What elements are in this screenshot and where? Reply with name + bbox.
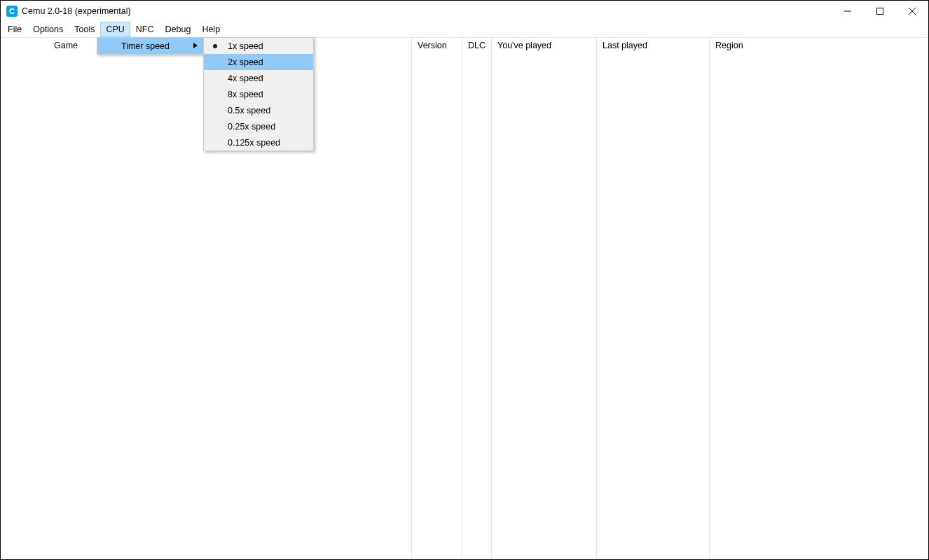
menu-nfc[interactable]: NFC — [130, 22, 160, 37]
chevron-right-icon — [193, 42, 198, 50]
maximize-button[interactable] — [864, 1, 896, 22]
timer-speed-4x[interactable]: 4x speed — [204, 70, 313, 86]
column-region[interactable]: Region — [710, 38, 928, 53]
column-dlc[interactable]: DLC — [462, 38, 491, 53]
timer-speed-2x-label: 2x speed — [228, 57, 263, 67]
menu-file[interactable]: File — [2, 22, 27, 37]
cpu-dropdown: Timer speed — [97, 37, 204, 55]
timer-speed-1x-label: 1x speed — [228, 41, 263, 51]
timer-speed-0-125x[interactable]: 0.125x speed — [204, 134, 313, 150]
timer-speed-8x[interactable]: 8x speed — [204, 86, 313, 102]
column-youve-played[interactable]: You've played — [492, 38, 596, 53]
menu-help[interactable]: Help — [196, 22, 226, 37]
menu-bar: File Options Tools CPU NFC Debug Help — [1, 22, 928, 37]
column-version[interactable]: Version — [412, 38, 462, 53]
game-list-header: Game Version DLC You've played Last play… — [1, 37, 928, 559]
timer-speed-8x-label: 8x speed — [228, 90, 263, 99]
timer-speed-0-25x[interactable]: 0.25x speed — [204, 118, 313, 134]
timer-speed-4x-label: 4x speed — [228, 74, 263, 83]
radio-selected-icon — [213, 44, 217, 48]
timer-speed-0-25x-label: 0.25x speed — [228, 122, 275, 132]
close-button[interactable] — [896, 1, 928, 22]
app-icon: C — [6, 6, 18, 17]
menu-tools[interactable]: Tools — [69, 22, 100, 37]
menu-debug[interactable]: Debug — [160, 22, 197, 37]
column-last-played[interactable]: Last played — [597, 38, 709, 53]
window-title: Cemu 2.0-18 (experimental) — [22, 6, 131, 16]
timer-speed-2x[interactable]: 2x speed — [204, 54, 313, 70]
timer-speed-0-5x[interactable]: 0.5x speed — [204, 102, 313, 118]
menu-cpu[interactable]: CPU — [100, 22, 130, 37]
svg-rect-1 — [877, 8, 883, 15]
menu-timer-speed[interactable]: Timer speed — [97, 38, 203, 54]
timer-speed-0-5x-label: 0.5x speed — [228, 106, 270, 115]
timer-speed-0-125x-label: 0.125x speed — [228, 138, 280, 148]
menu-options[interactable]: Options — [27, 22, 69, 37]
title-bar: C Cemu 2.0-18 (experimental) — [1, 1, 928, 22]
window-controls — [832, 1, 928, 22]
timer-speed-1x[interactable]: 1x speed — [204, 38, 313, 54]
minimize-button[interactable] — [832, 1, 864, 22]
menu-timer-speed-label: Timer speed — [121, 41, 170, 51]
content-area: Game Version DLC You've played Last play… — [1, 37, 928, 559]
timer-speed-submenu: 1x speed 2x speed 4x speed 8x speed 0.5x… — [203, 37, 314, 151]
